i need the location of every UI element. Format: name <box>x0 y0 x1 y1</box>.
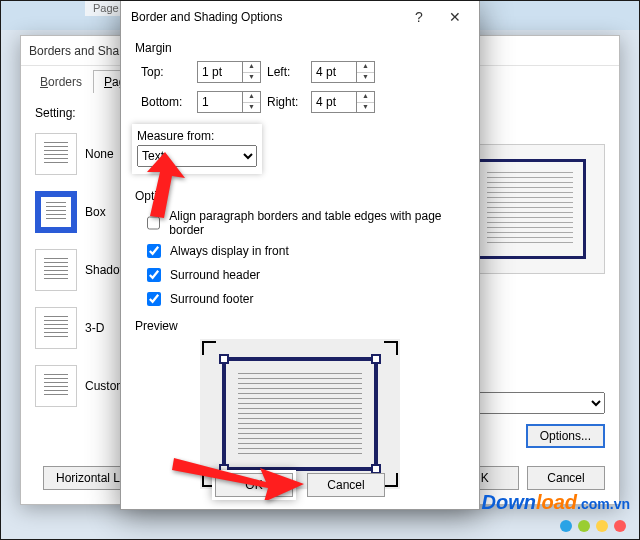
tab-borders[interactable]: Borders <box>29 70 93 93</box>
close-icon[interactable]: ✕ <box>437 9 473 25</box>
top-input[interactable] <box>198 62 242 82</box>
bottom-input[interactable] <box>198 92 242 112</box>
options-group-label: Optio <box>135 189 465 203</box>
spin-down-icon[interactable]: ▼ <box>243 73 260 83</box>
spin-up-icon[interactable]: ▲ <box>243 62 260 73</box>
margin-label: Margin <box>135 41 465 55</box>
left-label: Left: <box>267 65 311 79</box>
watermark: Download.com.vn <box>482 491 630 514</box>
help-icon[interactable]: ? <box>401 9 437 25</box>
watermark-dots <box>560 520 626 532</box>
chk-align-label: Align paragraph borders and table edges … <box>169 209 465 237</box>
chk-footer-input[interactable] <box>147 292 161 306</box>
parent-cancel-button[interactable]: Cancel <box>527 466 605 490</box>
child-preview <box>200 339 400 489</box>
child-dialog-title: Border and Shading Options <box>131 10 401 24</box>
chk-footer-label: Surround footer <box>170 292 253 306</box>
measure-from-group: Measure from: Text <box>135 127 259 171</box>
top-label: Top: <box>141 65 197 79</box>
left-spinner[interactable]: ▲▼ <box>311 61 375 83</box>
top-spinner[interactable]: ▲▼ <box>197 61 261 83</box>
spin-down-icon[interactable]: ▼ <box>357 73 374 83</box>
measure-from-label: Measure from: <box>137 129 257 143</box>
chk-header-label: Surround header <box>170 268 260 282</box>
chk-front-input[interactable] <box>147 244 161 258</box>
right-label: Right: <box>267 95 311 109</box>
shadow-icon <box>35 249 77 291</box>
chk-header-input[interactable] <box>147 268 161 282</box>
bottom-spinner[interactable]: ▲▼ <box>197 91 261 113</box>
border-shading-options-dialog: Border and Shading Options ? ✕ Margin To… <box>120 0 480 510</box>
none-icon <box>35 133 77 175</box>
right-spinner[interactable]: ▲▼ <box>311 91 375 113</box>
spin-down-icon[interactable]: ▼ <box>357 103 374 113</box>
right-input[interactable] <box>312 92 356 112</box>
spin-down-icon[interactable]: ▼ <box>243 103 260 113</box>
custom-icon <box>35 365 77 407</box>
spin-up-icon[interactable]: ▲ <box>357 62 374 73</box>
chk-align-borders[interactable]: Align paragraph borders and table edges … <box>143 209 465 237</box>
chk-surround-footer[interactable]: Surround footer <box>143 289 465 309</box>
chk-align-input[interactable] <box>147 216 160 230</box>
preview-label: Preview <box>135 319 465 333</box>
options-button[interactable]: Options... <box>526 424 605 448</box>
chk-front-label: Always display in front <box>170 244 289 258</box>
left-input[interactable] <box>312 62 356 82</box>
measure-from-select[interactable]: Text <box>137 145 257 167</box>
chk-surround-header[interactable]: Surround header <box>143 265 465 285</box>
three-d-label: 3-D <box>85 321 104 335</box>
three-d-icon <box>35 307 77 349</box>
box-icon <box>35 191 77 233</box>
cancel-button[interactable]: Cancel <box>307 473 385 497</box>
chk-display-front[interactable]: Always display in front <box>143 241 465 261</box>
spin-up-icon[interactable]: ▲ <box>357 92 374 103</box>
none-label: None <box>85 147 114 161</box>
box-label: Box <box>85 205 106 219</box>
ok-button[interactable]: OK <box>215 473 293 497</box>
bottom-label: Bottom: <box>141 95 197 109</box>
spin-up-icon[interactable]: ▲ <box>243 92 260 103</box>
